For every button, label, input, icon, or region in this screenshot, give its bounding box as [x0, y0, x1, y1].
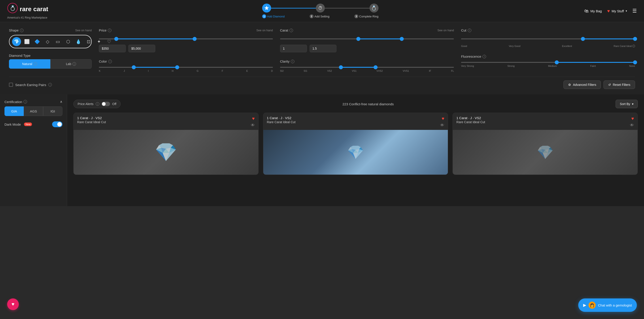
reset-filters-button[interactable]: ↺ Reset Filters [604, 80, 635, 89]
cert-buttons-group: GIA AGS IGI [4, 106, 62, 116]
cert-info-icon[interactable]: i [24, 100, 27, 103]
shape-label: Shape i See on hand [9, 28, 92, 32]
shape-info-icon[interactable]: i [20, 29, 24, 32]
svg-text:💍: 💍 [10, 5, 16, 11]
card-hide-button[interactable]: 👁 [251, 123, 255, 128]
shape-princess-button[interactable]: ◇ [43, 37, 52, 46]
carat-max-input[interactable] [310, 45, 336, 52]
chevron-down-icon: ▾ [632, 102, 634, 106]
card-hide-button[interactable]: 👁 [630, 123, 634, 128]
color-max-thumb[interactable] [175, 65, 179, 69]
color-min-thumb[interactable] [132, 65, 136, 69]
cut-info-icon[interactable]: i [468, 29, 471, 32]
cut-slider[interactable] [461, 38, 635, 39]
carat-min-thumb[interactable] [356, 37, 360, 41]
earring-info-icon[interactable]: i [48, 83, 52, 86]
lab-info-icon[interactable]: i [72, 62, 76, 66]
price-see-on-hand-link[interactable]: See on hand [256, 29, 273, 32]
gemologist-avatar: 👩 [588, 302, 596, 309]
price-info-icon[interactable]: i [108, 29, 112, 32]
carat-max-thumb[interactable] [400, 37, 404, 41]
step-2-label[interactable]: 2 Add Setting [310, 14, 330, 18]
step-2-dot[interactable]: ⏱ [316, 3, 325, 12]
shape-round-button[interactable]: 💎 [12, 37, 21, 46]
carat-see-on-hand-link[interactable]: See on hand [438, 29, 454, 32]
step-1-dot[interactable] [262, 3, 271, 12]
steps-wizard: ⏱ 💍 1 Add Diamond 2 Add Setting 3 Comple… [56, 3, 584, 18]
card-header: 1 Carat · J · VS2 Rare Carat Ideal Cut ♥… [74, 113, 258, 130]
diamond-type-label: Diamond Type [9, 54, 92, 57]
reset-icon: ↺ [608, 83, 611, 86]
shape-cushion-button[interactable]: ⬜ [22, 37, 31, 46]
filters-section: Shape i See on hand 💎 ⬜ 🔷 ◇ ▭ ⬡ 💧 ⊡ ✦ ♡ [0, 22, 644, 94]
price-max-thumb[interactable] [192, 37, 196, 41]
certification-section: Certification i ∧ GIA AGS IGI [4, 100, 62, 116]
my-bag-button[interactable]: 🛍 My Bag [584, 8, 602, 14]
certification-header[interactable]: Certification i ∧ [4, 100, 62, 104]
carat-filter: Carat i See on hand Clarity i [280, 28, 454, 72]
filter-actions: ⚙ Advanced Filters ↺ Reset Filters [564, 80, 635, 89]
my-stuff-button[interactable]: ♥ My Stuff ▾ [607, 8, 627, 14]
price-min-thumb[interactable] [114, 37, 118, 41]
filter-sliders-icon: ⚙ [568, 83, 571, 86]
shape-oval-button[interactable]: 🔷 [33, 37, 42, 46]
price-alerts-info-icon[interactable]: i [96, 102, 99, 106]
cert-chevron-icon: ∧ [60, 100, 62, 104]
shape-see-on-hand-link[interactable]: See on hand [75, 29, 92, 32]
chevron-down-icon: ▾ [626, 9, 627, 12]
fluorescence-min-thumb[interactable] [555, 60, 559, 64]
clarity-max-thumb[interactable] [374, 65, 378, 69]
left-sidebar: Certification i ∧ GIA AGS IGI Dark Mode … [0, 94, 67, 206]
floating-heart-button[interactable]: ♥ [7, 299, 19, 310]
carat-slider[interactable] [280, 38, 454, 39]
dark-mode-toggle[interactable] [52, 121, 62, 127]
chat-gemologist-button[interactable]: ▶ 👩 Chat with a gemologist [578, 299, 637, 312]
filter-bottom-row: Search Earring Pairs i ⚙ Advanced Filter… [9, 77, 635, 89]
card-favorite-button[interactable]: ♥ [442, 116, 444, 121]
shape-radiant-button[interactable]: ▭ [53, 37, 62, 46]
price-max-input[interactable] [128, 45, 155, 52]
step-1-label[interactable]: 1 Add Diamond [262, 14, 285, 18]
clarity-info-icon[interactable]: i [291, 60, 294, 63]
clarity-slider[interactable] [280, 67, 454, 68]
carat-info-icon[interactable]: i [290, 29, 293, 32]
cut-min-thumb[interactable] [581, 37, 585, 41]
color-info-icon[interactable]: i [108, 60, 112, 63]
card-favorite-button[interactable]: ♥ [631, 116, 634, 121]
shape-pear-button[interactable]: 💧 [74, 37, 83, 46]
advanced-filters-button[interactable]: ⚙ Advanced Filters [564, 80, 601, 89]
results-header: Price Alerts i Off 223 Conflict-free nat… [73, 100, 638, 108]
cert-ags-button[interactable]: AGS [24, 106, 43, 116]
fluorescence-max-thumb[interactable] [633, 60, 637, 64]
card-hide-button[interactable]: 👁 [440, 123, 444, 128]
shape-emerald-button[interactable]: ⬡ [64, 37, 72, 46]
price-min-input[interactable] [99, 45, 126, 52]
price-slider[interactable] [99, 38, 273, 39]
shape-asscher-button[interactable]: ⊡ [84, 37, 93, 46]
fluorescence-slider[interactable] [461, 62, 635, 63]
cert-gia-button[interactable]: GIA [4, 106, 24, 116]
card-favorite-button[interactable]: ♥ [252, 116, 255, 121]
clarity-labels: SI2 SI1 VS2 VS1 VVS2 VVS1 IF FL [280, 69, 454, 72]
lab-type-button[interactable]: Lab i [50, 59, 92, 69]
price-alerts-toggle[interactable] [102, 102, 110, 106]
carat-min-input[interactable] [280, 45, 307, 52]
natural-info-icon[interactable]: i [34, 62, 37, 66]
color-label: Color i [99, 59, 273, 63]
earring-pairs-checkbox[interactable] [9, 83, 13, 87]
natural-type-button[interactable]: Natural i [9, 59, 50, 69]
step-3-label[interactable]: 3 Complete Ring [354, 14, 378, 18]
step-line-2 [325, 8, 370, 8]
clarity-min-thumb[interactable] [339, 65, 343, 69]
sort-by-button[interactable]: Sort By ▾ [616, 100, 638, 108]
results-section: Certification i ∧ GIA AGS IGI Dark Mode … [0, 94, 644, 206]
card-title: 1 Carat · J · VS2 [77, 116, 106, 120]
hamburger-menu-button[interactable]: ☰ [632, 8, 637, 14]
cut-max-thumb[interactable] [633, 37, 637, 41]
fluorescence-info-icon[interactable]: i [482, 55, 486, 58]
header-right: 🛍 My Bag ♥ My Stuff ▾ ☰ [584, 8, 637, 14]
cert-igi-button[interactable]: IGI [43, 106, 62, 116]
step-2-num: 2 [310, 14, 314, 18]
color-slider[interactable] [99, 67, 273, 68]
step-3-dot[interactable]: 💍 [370, 3, 378, 12]
